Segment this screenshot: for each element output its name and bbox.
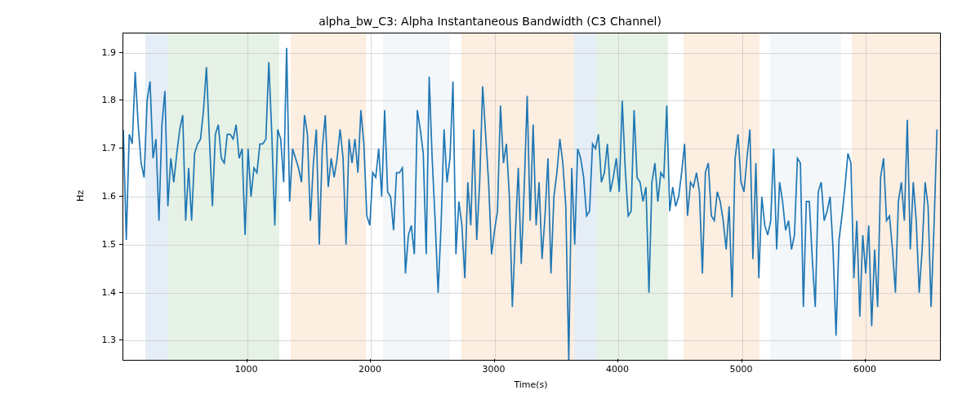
series-line xyxy=(123,48,937,360)
x-axis-label: Time(s) xyxy=(514,379,547,390)
x-tick-mark xyxy=(865,359,866,362)
x-tick-label: 5000 xyxy=(730,364,753,375)
x-tick-label: 2000 xyxy=(359,364,381,375)
x-tick-label: 1000 xyxy=(235,364,258,375)
x-tick-label: 3000 xyxy=(483,364,506,375)
y-tick-label: 1.8 xyxy=(83,95,116,105)
y-tick-mark xyxy=(119,244,122,245)
x-tick-mark xyxy=(617,359,618,362)
plot-area xyxy=(122,33,941,361)
y-tick-label: 1.9 xyxy=(83,47,116,57)
y-tick-label: 1.5 xyxy=(83,238,116,249)
x-tick-mark xyxy=(742,359,742,362)
chart-title: alpha_bw_C3: Alpha Instantaneous Bandwid… xyxy=(0,15,980,28)
data-line xyxy=(123,33,940,360)
y-tick-mark xyxy=(119,292,122,293)
x-tick-mark xyxy=(494,359,495,362)
y-tick-label: 1.3 xyxy=(83,335,116,345)
y-tick-label: 1.6 xyxy=(83,191,116,202)
x-tick-mark xyxy=(370,359,371,362)
y-tick-label: 1.4 xyxy=(83,286,116,297)
y-tick-mark xyxy=(119,196,122,197)
x-tick-label: 4000 xyxy=(606,364,629,375)
y-tick-mark xyxy=(119,100,122,100)
y-tick-mark xyxy=(119,339,122,340)
y-tick-mark xyxy=(119,52,122,53)
y-tick-mark xyxy=(119,148,122,149)
x-tick-label: 6000 xyxy=(853,364,876,375)
x-tick-mark xyxy=(247,359,247,362)
y-tick-label: 1.7 xyxy=(83,143,116,153)
chart-container: alpha_bw_C3: Alpha Instantaneous Bandwid… xyxy=(0,0,980,408)
